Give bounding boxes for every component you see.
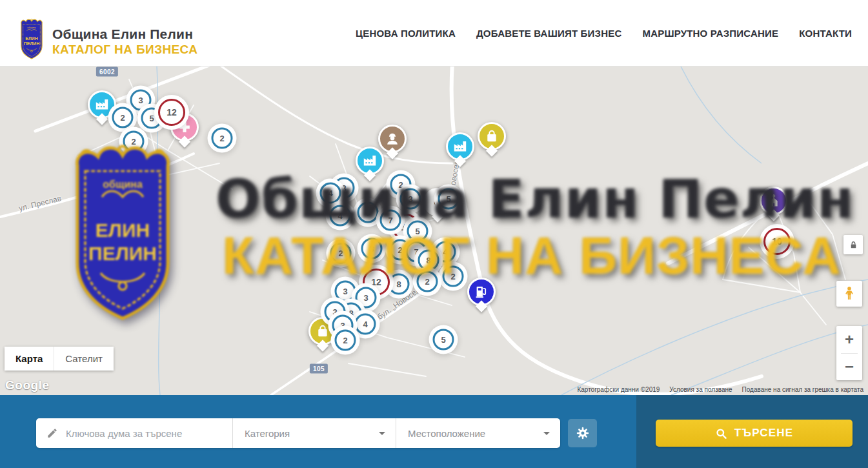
page: община ЕЛИН ПЕЛИН Община Елин Пелин КАТА… bbox=[0, 0, 868, 468]
fullscreen-lock-button[interactable] bbox=[843, 235, 863, 254]
cluster-marker[interactable]: 3 bbox=[400, 188, 421, 210]
cluster-marker[interactable]: 5 bbox=[433, 329, 454, 351]
map-markers: 325122223435641375322748282123383432510 bbox=[0, 66, 868, 395]
shopping-bag-pin[interactable] bbox=[478, 122, 506, 150]
crest-name-line1: ЕЛИН bbox=[25, 36, 37, 41]
terms-link[interactable]: Условия за ползване bbox=[669, 386, 732, 393]
crest-name-line2: ПЕЛИН bbox=[24, 41, 39, 46]
lock-icon bbox=[849, 240, 858, 250]
main-nav: ЦЕНОВА ПОЛИТИКА ДОБАВЕТЕ ВАШИЯТ БИЗНЕС М… bbox=[356, 0, 852, 66]
header: община ЕЛИН ПЕЛИН Община Елин Пелин КАТА… bbox=[0, 0, 868, 66]
cluster-marker[interactable]: 3 bbox=[335, 281, 356, 302]
map-type-satellite-button[interactable]: Сателит bbox=[54, 347, 114, 371]
site-logo[interactable]: община ЕЛИН ПЕЛИН Община Елин Пелин КАТА… bbox=[17, 12, 197, 61]
cluster-marker[interactable]: 4 bbox=[320, 183, 341, 204]
church-pin[interactable] bbox=[760, 187, 788, 215]
cluster-marker[interactable]: 4 bbox=[355, 314, 376, 335]
advanced-search-button[interactable] bbox=[568, 419, 597, 447]
cluster-marker[interactable]: 2 bbox=[212, 128, 233, 149]
chevron-down-icon bbox=[379, 432, 385, 438]
pegman-icon bbox=[842, 285, 857, 302]
google-map-canvas[interactable]: 325122223435641375322748282123383432510 … bbox=[0, 66, 868, 395]
search-submit-button[interactable]: ТЪРСЕНЕ bbox=[656, 420, 853, 447]
zoom-control: + − bbox=[836, 326, 862, 380]
cluster-marker[interactable]: 7 bbox=[380, 210, 401, 231]
cluster-marker[interactable]: 2 bbox=[335, 330, 356, 351]
zoom-in-button[interactable]: + bbox=[836, 326, 862, 353]
nav-item-contacts[interactable]: КОНТАКТИ bbox=[799, 28, 852, 39]
search-bar: Категория Местоположение bbox=[0, 395, 868, 468]
nav-item-route-schedule[interactable]: МАРШРУТНО РАЗПИСАНИЕ bbox=[642, 28, 778, 39]
gear-icon bbox=[576, 426, 590, 440]
google-logo[interactable]: Google bbox=[5, 378, 49, 392]
site-subtitle: КАТАЛОГ НА БИЗНЕСА bbox=[52, 43, 197, 57]
location-select-label: Местоположение bbox=[408, 428, 485, 439]
keyword-search-input[interactable] bbox=[66, 428, 225, 439]
map-type-control: Карта Сателит bbox=[5, 347, 114, 371]
pencil-icon bbox=[46, 427, 58, 439]
search-icon bbox=[715, 427, 727, 440]
cluster-marker[interactable]: 5 bbox=[438, 188, 459, 210]
cluster-marker[interactable]: 3 bbox=[361, 238, 383, 259]
cluster-marker[interactable]: 12 bbox=[158, 99, 185, 126]
map-type-map-button[interactable]: Карта bbox=[5, 347, 54, 371]
map-copyright: Картографски данни ©2019 bbox=[577, 386, 660, 393]
nav-item-pricing[interactable]: ЦЕНОВА ПОЛИТИКА bbox=[356, 28, 456, 39]
nav-item-add-business[interactable]: ДОБАВЕТЕ ВАШИЯТ БИЗНЕС bbox=[476, 28, 621, 39]
brand-text: Община Елин Пелин КАТАЛОГ НА БИЗНЕСА bbox=[52, 26, 197, 57]
cluster-marker[interactable]: 2 bbox=[443, 266, 464, 287]
cluster-marker[interactable]: 8 bbox=[389, 274, 410, 295]
cluster-marker[interactable]: 4 bbox=[330, 205, 351, 227]
report-error-link[interactable]: Подаване на сигнал за грешка в картата bbox=[742, 386, 863, 393]
site-title: Община Елин Пелин bbox=[52, 26, 197, 42]
cluster-marker[interactable]: 5 bbox=[407, 221, 429, 242]
location-select[interactable]: Местоположение bbox=[396, 418, 560, 448]
category-select[interactable]: Категория bbox=[232, 418, 396, 448]
municipality-crest-icon: община ЕЛИН ПЕЛИН bbox=[17, 18, 46, 61]
cluster-marker[interactable]: 2 bbox=[330, 243, 352, 264]
zoom-out-button[interactable]: − bbox=[836, 354, 862, 381]
cluster-marker[interactable]: 2 bbox=[417, 271, 438, 292]
crest-top-label: община bbox=[27, 26, 36, 29]
cluster-marker[interactable]: 6 bbox=[358, 202, 379, 223]
cluster-marker[interactable]: 10 bbox=[763, 228, 791, 255]
search-button-label: ТЪРСЕНЕ bbox=[734, 427, 794, 440]
cluster-marker[interactable]: 2 bbox=[112, 107, 134, 128]
worker-pin[interactable] bbox=[378, 125, 407, 153]
street-view-pegman-button[interactable] bbox=[836, 281, 862, 307]
chevron-down-icon bbox=[543, 432, 550, 438]
factory-pin[interactable] bbox=[446, 132, 474, 161]
category-select-label: Категория bbox=[245, 428, 290, 439]
map-attribution: Картографски данни ©2019 Условия за полз… bbox=[577, 386, 863, 393]
fuel-pin[interactable] bbox=[467, 278, 496, 306]
search-controls: Категория Местоположение bbox=[36, 418, 560, 448]
cluster-marker[interactable]: 2 bbox=[123, 131, 145, 152]
keyword-segment bbox=[36, 418, 232, 448]
factory-pin[interactable] bbox=[356, 147, 384, 175]
cluster-marker[interactable]: 8 bbox=[418, 250, 439, 271]
